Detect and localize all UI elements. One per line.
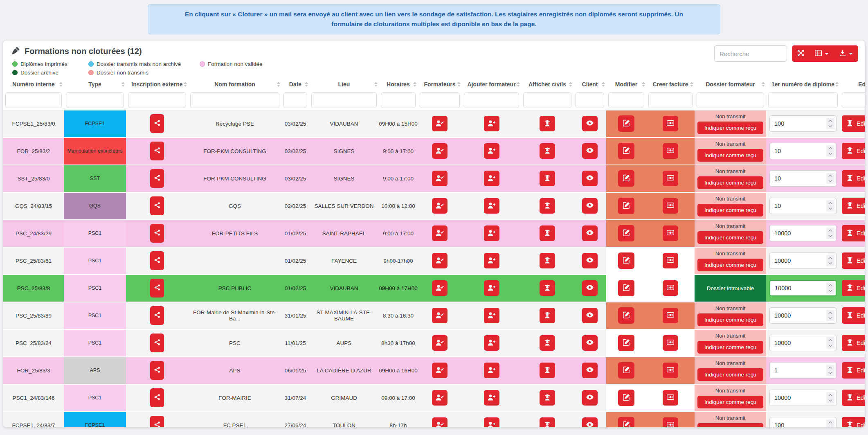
column-header[interactable]: Inscription externe [126, 78, 188, 90]
column-filter-input[interactable] [648, 92, 693, 108]
client-button[interactable] [582, 335, 598, 351]
column-header[interactable]: Date [281, 78, 309, 90]
number-spinner[interactable] [826, 365, 834, 376]
ajouter-formateur-button[interactable] [484, 280, 499, 296]
column-header[interactable]: Numéro interne [3, 78, 64, 90]
indiquer-recu-button[interactable]: Indiquer comme reçu [697, 176, 763, 189]
creer-facture-button[interactable] [663, 308, 678, 323]
afficher-civils-button[interactable] [540, 225, 555, 241]
afficher-civils-button[interactable] [540, 253, 555, 268]
column-header[interactable]: Type [64, 78, 126, 90]
ajouter-formateur-button[interactable] [484, 116, 499, 131]
inscription-externe-button[interactable] [150, 251, 164, 270]
client-button[interactable] [582, 171, 598, 186]
afficher-civils-button[interactable] [540, 308, 555, 323]
editer-button[interactable]: Editer [842, 390, 865, 406]
search-input[interactable] [714, 45, 787, 62]
ajouter-formateur-button[interactable] [484, 390, 499, 406]
number-spinner[interactable] [826, 392, 834, 403]
client-button[interactable] [582, 198, 598, 214]
client-button[interactable] [582, 143, 598, 159]
sort-icon[interactable] [602, 82, 605, 87]
sort-icon[interactable] [184, 82, 187, 87]
ajouter-formateur-button[interactable] [484, 253, 499, 268]
afficher-civils-button[interactable] [540, 335, 555, 351]
editer-button[interactable]: Editer [842, 252, 865, 269]
column-filter-input[interactable] [5, 92, 62, 108]
column-filter-input[interactable] [283, 92, 307, 108]
inscription-externe-button[interactable] [150, 388, 164, 407]
creer-facture-button[interactable] [663, 143, 678, 159]
formateurs-button[interactable] [432, 143, 447, 159]
inscription-externe-button[interactable] [150, 279, 164, 298]
indiquer-recu-button[interactable]: Indiquer comme reçu [697, 423, 763, 428]
ajouter-formateur-button[interactable] [484, 335, 499, 351]
column-filter-input[interactable] [420, 92, 460, 108]
number-spinner[interactable] [826, 337, 834, 349]
formateurs-button[interactable] [432, 308, 447, 323]
editer-button[interactable]: Editer [842, 417, 865, 427]
modifier-button[interactable] [618, 280, 634, 296]
afficher-civils-button[interactable] [540, 171, 555, 186]
afficher-civils-button[interactable] [540, 143, 555, 159]
column-filter-input[interactable] [697, 92, 764, 108]
creer-facture-button[interactable] [663, 363, 678, 378]
creer-facture-button[interactable] [663, 390, 678, 406]
formateurs-button[interactable] [432, 171, 447, 186]
inscription-externe-button[interactable] [150, 114, 164, 133]
indiquer-recu-button[interactable]: Indiquer comme reçu [697, 122, 763, 134]
formateurs-button[interactable] [432, 390, 447, 406]
sort-icon[interactable] [517, 82, 520, 87]
sort-icon[interactable] [121, 82, 125, 87]
indiquer-recu-button[interactable]: Indiquer comme reçu [697, 149, 763, 162]
column-filter-input[interactable] [311, 92, 377, 108]
client-button[interactable] [582, 308, 598, 323]
editer-button[interactable]: Editer [842, 362, 865, 379]
afficher-civils-button[interactable] [540, 417, 555, 427]
ajouter-formateur-button[interactable] [484, 198, 499, 214]
formateurs-button[interactable] [432, 253, 447, 268]
ajouter-formateur-button[interactable] [484, 417, 499, 427]
afficher-civils-button[interactable] [540, 363, 555, 378]
afficher-civils-button[interactable] [540, 280, 555, 296]
column-filter-input[interactable] [768, 92, 838, 108]
sort-icon[interactable] [457, 82, 461, 87]
modifier-button[interactable] [618, 417, 634, 427]
formateurs-button[interactable] [432, 225, 447, 241]
column-filter-input[interactable] [576, 92, 604, 108]
formateurs-button[interactable] [432, 417, 447, 427]
column-filter-input[interactable] [128, 92, 186, 108]
column-filter-input[interactable] [190, 92, 279, 108]
client-button[interactable] [582, 253, 598, 268]
indiquer-recu-button[interactable]: Indiquer comme reçu [697, 204, 763, 216]
afficher-civils-button[interactable] [540, 116, 555, 131]
indiquer-recu-button[interactable]: Indiquer comme reçu [697, 341, 763, 354]
column-header[interactable]: Editer [840, 78, 865, 90]
modifier-button[interactable] [618, 335, 634, 351]
indiquer-recu-button[interactable]: Indiquer comme reçu [697, 313, 763, 326]
export-button[interactable] [834, 45, 858, 62]
number-spinner[interactable] [826, 173, 834, 184]
ajouter-formateur-button[interactable] [484, 225, 499, 241]
indiquer-recu-button[interactable]: Indiquer comme reçu [697, 259, 763, 271]
column-filter-input[interactable] [608, 92, 644, 108]
ajouter-formateur-button[interactable] [484, 143, 499, 159]
modifier-button[interactable] [618, 170, 634, 187]
column-header[interactable]: Modifier [606, 78, 646, 90]
sort-icon[interactable] [569, 82, 572, 87]
client-button[interactable] [582, 225, 598, 241]
column-header[interactable]: Ajouter formateur [462, 78, 521, 90]
inscription-externe-button[interactable] [150, 169, 164, 188]
client-button[interactable] [582, 280, 598, 296]
client-button[interactable] [582, 363, 598, 378]
modifier-button[interactable] [618, 252, 634, 269]
sort-icon[interactable] [305, 82, 308, 87]
number-spinner[interactable] [826, 200, 834, 212]
inscription-externe-button[interactable] [150, 224, 164, 243]
ajouter-formateur-button[interactable] [484, 363, 499, 378]
modifier-button[interactable] [618, 143, 634, 159]
afficher-civils-button[interactable] [540, 198, 555, 214]
columns-button[interactable] [810, 45, 834, 62]
sort-icon[interactable] [690, 82, 693, 87]
creer-facture-button[interactable] [663, 280, 678, 296]
